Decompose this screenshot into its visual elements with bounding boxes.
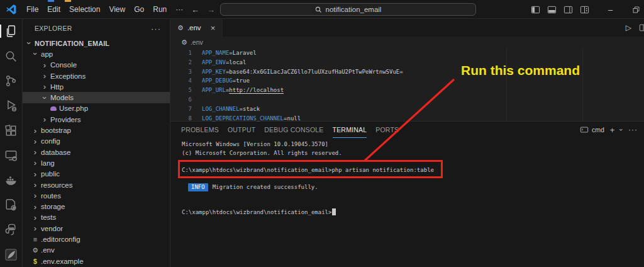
menu-item[interactable]: Run xyxy=(148,5,171,14)
breadcrumb-item: .env xyxy=(191,38,203,46)
tree-item[interactable]: app xyxy=(23,48,170,59)
nav-back-icon[interactable]: ← xyxy=(191,5,199,14)
terminal-text: (c) Microsoft Corporation. All rights re… xyxy=(182,150,342,156)
tree-item[interactable]: public xyxy=(23,169,170,179)
tree-item[interactable]: .env xyxy=(23,245,170,256)
tree-item[interactable]: Models xyxy=(23,92,170,103)
code-text: LOG_DEPRECATIONS_CHANNEL=null xyxy=(202,115,301,122)
tree-item-icon xyxy=(31,258,40,265)
tree-item[interactable]: lang xyxy=(23,157,170,168)
search-icon xyxy=(315,6,322,13)
menu-item[interactable]: Edit xyxy=(43,5,65,14)
new-terminal-icon[interactable]: + xyxy=(610,125,615,135)
tree-item[interactable]: bootstrap xyxy=(23,125,170,135)
terminal-profile-chevron-icon[interactable]: › xyxy=(618,128,625,131)
tree-item-icon xyxy=(31,224,40,232)
panel-tab[interactable]: OUTPUT xyxy=(228,122,255,138)
tree-item[interactable]: NOTIFICATION_EMAIL xyxy=(23,38,170,48)
tree-item[interactable]: .editorconfig xyxy=(23,234,170,244)
code-line: 6 xyxy=(170,95,644,105)
code-text: APP_KEY=base64:Xx6GILacJaCZ6llo7luUXzufH… xyxy=(202,69,403,75)
toggle-sidebar-icon[interactable] xyxy=(530,4,541,15)
line-number: 6 xyxy=(170,95,192,105)
code-text: APP_DEBUG=true xyxy=(202,77,250,84)
panel-tab[interactable]: TERMINAL xyxy=(333,122,367,138)
tree-item[interactable]: config xyxy=(23,136,170,147)
terminal-line xyxy=(182,200,644,209)
vscode-logo-icon xyxy=(6,4,17,15)
line-number: 2 xyxy=(170,58,192,67)
menu-bar: FileEditSelectionViewGoRun··· xyxy=(22,5,187,14)
tree-item-label: Exceptions xyxy=(50,72,86,80)
tree-item[interactable]: .env.example xyxy=(23,256,170,266)
tab-env[interactable]: ⚙ .env × xyxy=(170,19,223,37)
tree-item[interactable]: database xyxy=(23,147,170,157)
menu-item[interactable]: File xyxy=(22,5,43,14)
tree-item[interactable]: Console xyxy=(23,60,170,71)
tree-item-label: Console xyxy=(50,61,77,69)
terminal-line xyxy=(182,157,644,166)
code-line: 3APP_KEY=base64:Xx6GILacJaCZ6llo7luUXzuf… xyxy=(170,67,644,77)
tree-item-label: .env xyxy=(41,246,55,254)
extension-logo-icon[interactable] xyxy=(0,242,23,267)
panel-tab[interactable]: PORTS xyxy=(375,122,399,138)
tree-item-icon xyxy=(40,61,49,69)
nav-forward-icon[interactable]: → xyxy=(207,5,215,14)
tree-item[interactable]: tests xyxy=(23,212,170,223)
tree-item-label: config xyxy=(41,137,60,145)
terminal-line: Microsoft Windows [Version 10.0.19045.35… xyxy=(182,140,644,149)
tree-item-icon xyxy=(31,213,40,222)
editor-code-area[interactable]: 1APP_NAME=Laravel 2APP_ENV=local 3APP_KE… xyxy=(170,48,644,121)
tree-item[interactable]: Http xyxy=(23,81,170,92)
tree-item[interactable]: User.php xyxy=(23,103,170,114)
terminal-cursor xyxy=(332,208,336,215)
terminal-output[interactable]: Microsoft Windows [Version 10.0.19045.35… xyxy=(170,138,644,267)
menu-item[interactable]: View xyxy=(104,5,130,14)
menu-item[interactable]: Go xyxy=(130,5,148,14)
tree-item-icon xyxy=(31,127,40,135)
window-minimize-button[interactable]: – xyxy=(605,4,616,15)
toggle-secondary-sidebar-icon[interactable] xyxy=(563,4,574,15)
code-line: 5APP_URL=http://localhost xyxy=(170,86,644,95)
python-icon[interactable] xyxy=(0,217,23,242)
terminal-line: INFOMigration created successfully. xyxy=(182,183,644,192)
tree-item-icon xyxy=(31,246,40,254)
tree-item[interactable]: vendor xyxy=(23,223,170,234)
code-text: APP_NAME=Laravel xyxy=(202,50,257,56)
window-restore-button[interactable] xyxy=(631,4,641,15)
split-editor-icon[interactable] xyxy=(639,23,644,32)
tree-item[interactable]: storage xyxy=(23,201,170,212)
run-debug-icon[interactable] xyxy=(0,93,23,118)
search-view-icon[interactable] xyxy=(0,43,23,68)
panel-more-actions-icon[interactable]: ··· xyxy=(628,125,638,134)
explorer-icon[interactable] xyxy=(0,19,23,43)
file-settings-icon[interactable] xyxy=(0,193,23,217)
breadcrumb[interactable]: ⚙ .env xyxy=(170,37,644,48)
extensions-icon[interactable] xyxy=(0,118,23,143)
command-center-search[interactable]: notification_email xyxy=(220,3,476,16)
menu-item[interactable]: ··· xyxy=(171,5,187,14)
tree-item[interactable]: resources xyxy=(23,179,170,190)
tree-item[interactable]: Exceptions xyxy=(23,71,170,81)
tree-item[interactable]: routes xyxy=(23,190,170,201)
menu-item[interactable]: Selection xyxy=(65,5,104,14)
tree-item-label: public xyxy=(41,170,60,178)
tree-item[interactable]: Providers xyxy=(23,114,170,125)
run-file-button[interactable]: ▷ xyxy=(626,23,631,32)
tab-close-icon[interactable]: × xyxy=(211,23,216,33)
editor-tab-bar: ⚙ .env × ▷ xyxy=(170,19,644,37)
panel-tab[interactable]: PROBLEMS xyxy=(181,122,219,138)
line-number: 7 xyxy=(170,105,192,114)
explorer-more-actions-icon[interactable]: ··· xyxy=(151,24,161,33)
tree-item-label: .editorconfig xyxy=(41,236,80,243)
info-badge: INFO xyxy=(188,183,208,192)
source-control-icon[interactable] xyxy=(0,69,23,93)
tree-item-icon xyxy=(31,50,40,58)
docker-icon[interactable] xyxy=(0,168,23,192)
toggle-panel-icon[interactable] xyxy=(547,4,557,15)
customize-layout-icon[interactable] xyxy=(579,4,590,15)
remote-explorer-icon[interactable] xyxy=(0,143,23,168)
panel-tab[interactable]: DEBUG CONSOLE xyxy=(264,122,323,138)
search-value: notification_email xyxy=(326,6,382,13)
tree-item-icon xyxy=(31,137,40,145)
